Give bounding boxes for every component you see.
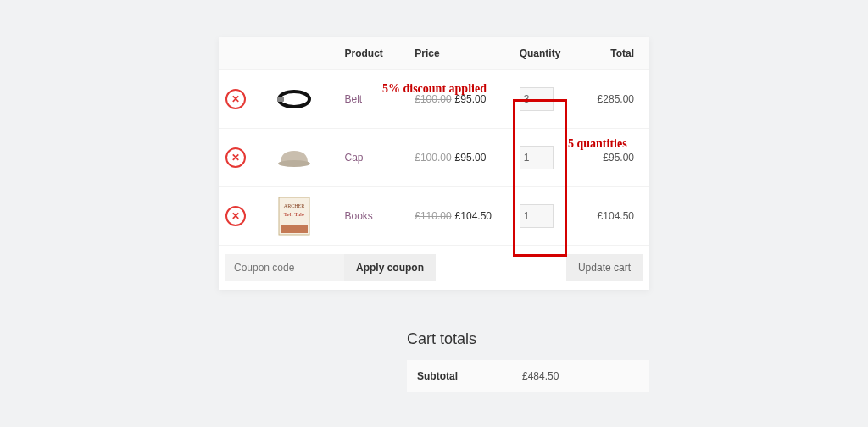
product-link[interactable]: Belt <box>344 93 362 105</box>
price-new: £104.50 <box>455 210 492 222</box>
cart-totals-table: Subtotal £484.50 <box>407 360 649 392</box>
product-thumbnail[interactable]: ARCHER Tell Tale <box>274 196 314 236</box>
svg-point-2 <box>278 160 310 167</box>
col-product: Product <box>337 37 408 70</box>
remove-item-button[interactable]: ✕ <box>225 147 246 168</box>
price-old: £100.00 <box>415 93 451 105</box>
price-new: £95.00 <box>455 93 487 105</box>
product-thumbnail[interactable] <box>274 79 314 119</box>
subtotal-value: £484.50 <box>512 360 649 392</box>
product-link[interactable]: Books <box>344 210 372 222</box>
col-thumbnail <box>267 37 337 70</box>
row-total: £95.00 <box>591 129 649 187</box>
cart-row: ✕ Belt £100.00£95.00 £285.00 <box>219 70 649 129</box>
remove-item-button[interactable]: ✕ <box>225 206 246 226</box>
col-price: Price <box>408 37 512 70</box>
cart-table: Product Price Quantity Total ✕ Belt £100… <box>219 37 649 290</box>
col-remove <box>219 37 267 70</box>
svg-rect-1 <box>277 97 284 102</box>
price-cell: £100.00£95.00 <box>408 129 512 187</box>
quantity-input[interactable] <box>520 146 554 169</box>
coupon-code-input[interactable] <box>225 254 344 281</box>
subtotal-label: Subtotal <box>407 360 512 392</box>
price-old: £110.00 <box>415 210 451 222</box>
row-total: £285.00 <box>591 70 649 129</box>
row-total: £104.50 <box>591 187 649 246</box>
price-old: £100.00 <box>415 152 451 164</box>
product-link[interactable]: Cap <box>344 152 363 164</box>
col-total: Total <box>591 37 649 70</box>
quantity-input[interactable] <box>520 204 554 228</box>
svg-rect-6 <box>281 225 308 233</box>
cart-row: ✕ ARCHER Tell Tale Books £110.00£104.50 … <box>219 187 649 246</box>
cart-row: ✕ Cap £100.00£95.00 £95.00 <box>219 129 649 187</box>
price-cell: £110.00£104.50 <box>408 187 512 246</box>
update-cart-button[interactable]: Update cart <box>566 254 643 281</box>
col-quantity: Quantity <box>513 37 591 70</box>
quantity-input[interactable] <box>520 87 554 111</box>
svg-text:ARCHER: ARCHER <box>284 203 304 208</box>
cart-panel: Product Price Quantity Total ✕ Belt £100… <box>219 37 649 290</box>
cart-actions-row: Apply coupon Update cart <box>219 246 649 291</box>
product-thumbnail[interactable] <box>274 137 314 178</box>
price-cell: £100.00£95.00 <box>408 70 512 129</box>
apply-coupon-button[interactable]: Apply coupon <box>344 254 436 281</box>
svg-text:Tell Tale: Tell Tale <box>284 211 304 218</box>
price-new: £95.00 <box>455 152 487 164</box>
cart-totals: Cart totals Subtotal £484.50 <box>407 330 649 392</box>
remove-item-button[interactable]: ✕ <box>225 89 246 109</box>
cart-totals-title: Cart totals <box>407 330 649 348</box>
